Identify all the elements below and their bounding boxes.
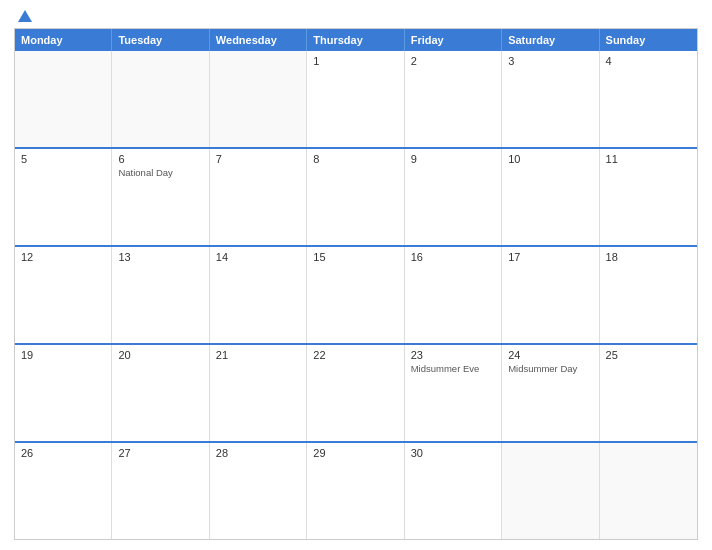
calendar-day: 13 <box>112 247 209 343</box>
day-number: 15 <box>313 251 397 263</box>
calendar-week-1: 1234 <box>15 51 697 149</box>
day-number: 19 <box>21 349 105 361</box>
calendar-day: 22 <box>307 345 404 441</box>
day-header-saturday: Saturday <box>502 29 599 51</box>
calendar-day: 29 <box>307 443 404 539</box>
day-number: 9 <box>411 153 495 165</box>
day-number: 18 <box>606 251 691 263</box>
logo-triangle-icon <box>18 10 32 22</box>
calendar-day: 18 <box>600 247 697 343</box>
calendar-day: 27 <box>112 443 209 539</box>
day-event: Midsummer Day <box>508 363 592 375</box>
day-header-friday: Friday <box>405 29 502 51</box>
day-event: National Day <box>118 167 202 179</box>
day-number: 20 <box>118 349 202 361</box>
calendar-day: 20 <box>112 345 209 441</box>
day-number: 27 <box>118 447 202 459</box>
day-number: 8 <box>313 153 397 165</box>
day-number: 4 <box>606 55 691 67</box>
day-event: Midsummer Eve <box>411 363 495 375</box>
calendar-day: 21 <box>210 345 307 441</box>
day-number: 21 <box>216 349 300 361</box>
calendar-day: 26 <box>15 443 112 539</box>
day-number: 5 <box>21 153 105 165</box>
calendar-day <box>15 51 112 147</box>
calendar-header: MondayTuesdayWednesdayThursdayFridaySatu… <box>15 29 697 51</box>
calendar-week-2: 56National Day7891011 <box>15 149 697 247</box>
calendar-day: 19 <box>15 345 112 441</box>
day-number: 2 <box>411 55 495 67</box>
day-number: 12 <box>21 251 105 263</box>
day-header-wednesday: Wednesday <box>210 29 307 51</box>
logo <box>16 10 32 22</box>
day-number: 13 <box>118 251 202 263</box>
day-number: 29 <box>313 447 397 459</box>
day-number: 26 <box>21 447 105 459</box>
calendar-day: 11 <box>600 149 697 245</box>
day-number: 25 <box>606 349 691 361</box>
calendar-day <box>600 443 697 539</box>
page-header <box>14 10 698 22</box>
day-number: 17 <box>508 251 592 263</box>
calendar-day: 23Midsummer Eve <box>405 345 502 441</box>
calendar-day <box>210 51 307 147</box>
day-header-monday: Monday <box>15 29 112 51</box>
calendar-day: 9 <box>405 149 502 245</box>
day-number: 23 <box>411 349 495 361</box>
calendar-day: 5 <box>15 149 112 245</box>
day-number: 22 <box>313 349 397 361</box>
calendar-page: MondayTuesdayWednesdayThursdayFridaySatu… <box>0 0 712 550</box>
calendar-week-3: 12131415161718 <box>15 247 697 345</box>
day-header-tuesday: Tuesday <box>112 29 209 51</box>
day-header-sunday: Sunday <box>600 29 697 51</box>
calendar-day: 16 <box>405 247 502 343</box>
calendar-day: 15 <box>307 247 404 343</box>
day-number: 10 <box>508 153 592 165</box>
calendar-day: 12 <box>15 247 112 343</box>
day-number: 14 <box>216 251 300 263</box>
calendar-day: 7 <box>210 149 307 245</box>
calendar-day: 25 <box>600 345 697 441</box>
day-number: 16 <box>411 251 495 263</box>
day-number: 7 <box>216 153 300 165</box>
day-header-thursday: Thursday <box>307 29 404 51</box>
calendar-week-4: 1920212223Midsummer Eve24Midsummer Day25 <box>15 345 697 443</box>
calendar-body: 123456National Day7891011121314151617181… <box>15 51 697 539</box>
calendar-day: 2 <box>405 51 502 147</box>
day-number: 28 <box>216 447 300 459</box>
calendar-day: 10 <box>502 149 599 245</box>
day-number: 24 <box>508 349 592 361</box>
day-number: 3 <box>508 55 592 67</box>
calendar-day: 8 <box>307 149 404 245</box>
calendar-day: 3 <box>502 51 599 147</box>
day-number: 1 <box>313 55 397 67</box>
calendar-day: 1 <box>307 51 404 147</box>
calendar: MondayTuesdayWednesdayThursdayFridaySatu… <box>14 28 698 540</box>
calendar-day: 24Midsummer Day <box>502 345 599 441</box>
calendar-day: 14 <box>210 247 307 343</box>
calendar-day: 17 <box>502 247 599 343</box>
day-number: 11 <box>606 153 691 165</box>
calendar-week-5: 2627282930 <box>15 443 697 539</box>
day-number: 30 <box>411 447 495 459</box>
day-number: 6 <box>118 153 202 165</box>
calendar-day <box>112 51 209 147</box>
calendar-day: 30 <box>405 443 502 539</box>
calendar-day: 28 <box>210 443 307 539</box>
calendar-day: 4 <box>600 51 697 147</box>
calendar-day <box>502 443 599 539</box>
calendar-day: 6National Day <box>112 149 209 245</box>
